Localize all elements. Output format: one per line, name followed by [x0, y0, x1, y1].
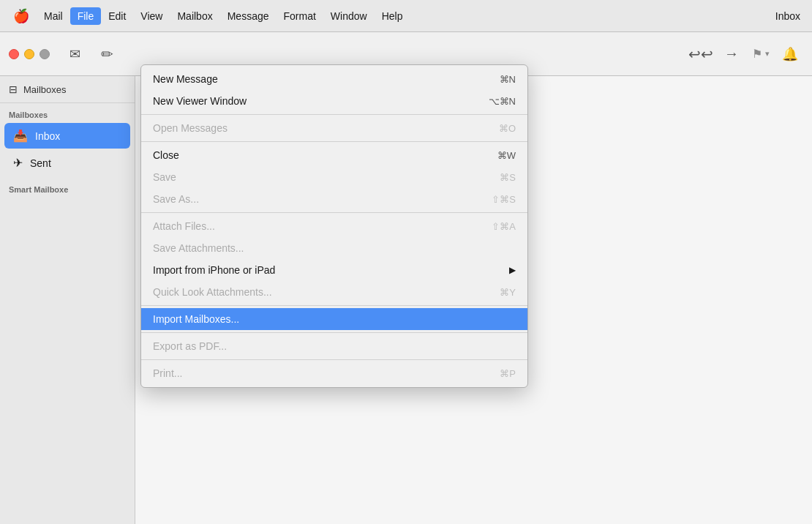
sidebar-sent-label: Sent [30, 157, 51, 169]
menu-item-export-pdf: Export as PDF... [141, 335, 527, 357]
menu-mailbox[interactable]: Mailbox [170, 7, 219, 25]
menu-shortcut-save-as: ⇧⌘S [492, 194, 516, 205]
apple-menu[interactable]: 🍎 [6, 5, 37, 27]
pencil-icon: ✏ [101, 45, 113, 63]
menu-file[interactable]: File [70, 7, 102, 25]
menu-item-attach-files: Attach Files...⇧⌘A [141, 215, 527, 237]
menu-item-label-save-attachments: Save Attachments... [153, 242, 516, 254]
reply-all-button[interactable]: ↩↩ [688, 41, 714, 67]
menu-item-label-attach-files: Attach Files... [153, 220, 477, 232]
menu-item-label-print: Print... [153, 367, 485, 379]
app-window: ✉ ✏ ↩↩ → ⚑ ▾ 🔔 [0, 32, 812, 524]
flag-chevron-button[interactable]: ▾ [764, 46, 771, 61]
notification-button[interactable]: 🔔 [777, 41, 803, 67]
menu-item-import-mailboxes[interactable]: Import Mailboxes... [141, 308, 527, 330]
menu-view[interactable]: View [133, 7, 170, 25]
menu-item-import-iphone[interactable]: Import from iPhone or iPad▶ [141, 259, 527, 281]
menu-shortcut-save: ⌘S [500, 172, 516, 183]
menu-separator [141, 212, 527, 213]
sidebar-toggle-icon: ⊟ [9, 83, 18, 95]
menubar-inbox-label: Inbox [775, 10, 806, 22]
menu-item-label-save-as: Save As... [153, 193, 477, 205]
flag-group: ⚑ ▾ [751, 44, 771, 64]
menu-item-label-quick-look: Quick Look Attachments... [153, 286, 485, 298]
sidebar-section-label: Mailboxes [0, 103, 135, 122]
menubar: 🍎 Mail File Edit View Mailbox Message Fo… [0, 0, 812, 32]
menu-shortcut-new-message: ⌘N [500, 74, 516, 85]
menu-item-label-new-viewer: New Viewer Window [153, 95, 474, 107]
forward-button[interactable]: → [718, 41, 745, 67]
traffic-lights [9, 49, 50, 59]
sent-icon: ✈ [13, 156, 23, 170]
chevron-down-icon: ▾ [765, 49, 770, 59]
menu-item-save-attachments: Save Attachments... [141, 237, 527, 259]
menu-item-label-open-messages: Open Messages [153, 122, 484, 134]
bell-icon: 🔔 [782, 46, 798, 62]
menu-item-label-close: Close [153, 149, 483, 161]
menu-separator [141, 332, 527, 333]
menu-item-label-import-mailboxes: Import Mailboxes... [153, 313, 516, 325]
file-dropdown-menu: New Message⌘NNew Viewer Window⌥⌘NOpen Me… [140, 64, 528, 388]
close-button[interactable] [9, 49, 19, 59]
forward-icon: → [724, 45, 739, 62]
menu-format[interactable]: Format [277, 7, 323, 25]
menu-item-close[interactable]: Close⌘W [141, 144, 527, 166]
menu-item-label-import-iphone: Import from iPhone or iPad [153, 264, 509, 276]
menu-separator [141, 114, 527, 115]
menu-mail[interactable]: Mail [37, 7, 70, 25]
compose-button[interactable]: ✉ [61, 41, 88, 67]
mailboxes-label: Mailboxes [23, 84, 67, 95]
menu-item-save: Save⌘S [141, 166, 527, 188]
menu-item-save-as: Save As...⇧⌘S [141, 188, 527, 210]
minimize-button[interactable] [24, 49, 34, 59]
menu-shortcut-open-messages: ⌘O [499, 123, 516, 134]
menu-shortcut-attach-files: ⇧⌘A [492, 221, 516, 232]
menu-item-quick-look: Quick Look Attachments...⌘Y [141, 281, 527, 303]
menu-separator [141, 359, 527, 360]
mailboxes-toggle[interactable]: ⊟ Mailboxes [0, 76, 135, 103]
menu-item-label-new-message: New Message [153, 73, 485, 85]
sidebar: ⊟ Mailboxes Mailboxes 📥 Inbox ✈ Sent Sma… [0, 76, 135, 524]
menu-separator [141, 141, 527, 142]
menu-shortcut-print: ⌘P [500, 368, 516, 379]
menu-item-print: Print...⌘P [141, 362, 527, 384]
menu-item-open-messages: Open Messages⌘O [141, 117, 527, 139]
menu-edit[interactable]: Edit [101, 7, 133, 25]
reply-all-icon: ↩↩ [688, 45, 713, 63]
flag-button[interactable]: ⚑ [751, 44, 764, 64]
flag-icon: ⚑ [752, 47, 762, 61]
menu-item-new-message[interactable]: New Message⌘N [141, 68, 527, 90]
sidebar-inbox-label: Inbox [35, 130, 60, 142]
submenu-arrow-icon: ▶ [509, 265, 516, 275]
maximize-button[interactable] [40, 49, 50, 59]
menu-item-new-viewer[interactable]: New Viewer Window⌥⌘N [141, 90, 527, 112]
inbox-icon: 📥 [13, 129, 28, 143]
menu-shortcut-new-viewer: ⌥⌘N [489, 96, 516, 107]
menu-item-label-save: Save [153, 171, 485, 183]
sidebar-item-inbox[interactable]: 📥 Inbox [4, 123, 130, 149]
menu-message[interactable]: Message [220, 7, 277, 25]
nav-group: ↩↩ → [688, 41, 745, 67]
menu-window[interactable]: Window [323, 7, 375, 25]
menu-shortcut-quick-look: ⌘Y [500, 287, 516, 298]
menu-help[interactable]: Help [375, 7, 410, 25]
menu-separator [141, 305, 527, 306]
sidebar-item-sent[interactable]: ✈ Sent [4, 150, 130, 176]
compose-icon: ✉ [69, 46, 80, 62]
new-message-button[interactable]: ✏ [94, 41, 120, 67]
menu-shortcut-close: ⌘W [497, 150, 516, 161]
smart-mailboxes-label: Smart Mailboxe [0, 176, 135, 197]
menu-item-label-export-pdf: Export as PDF... [153, 340, 516, 352]
